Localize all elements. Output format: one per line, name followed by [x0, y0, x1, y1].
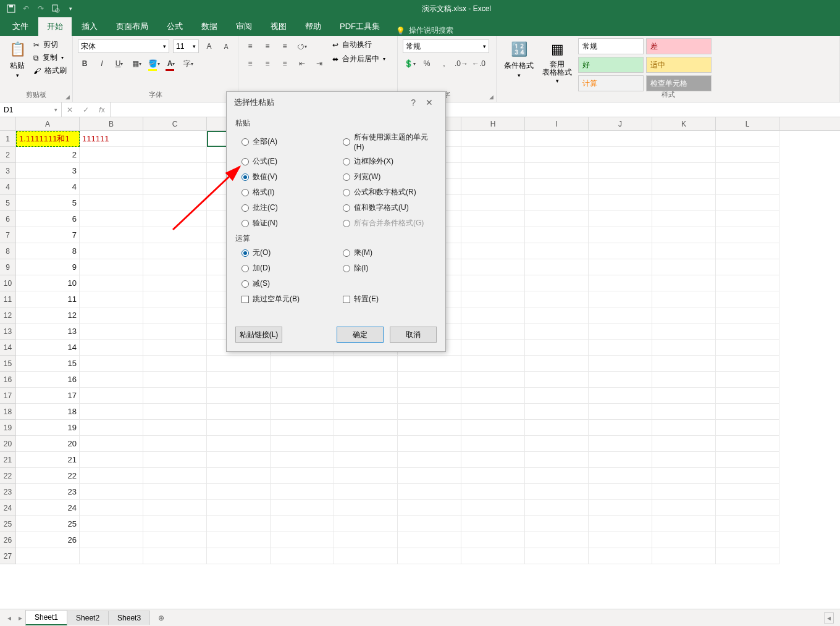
conditional-format-button[interactable]: 🔢 条件格式 ▾: [502, 38, 536, 80]
cell[interactable]: [589, 227, 652, 243]
paste-button[interactable]: 📋 粘贴 ▾: [5, 38, 30, 80]
cell[interactable]: [716, 179, 779, 195]
paste-option-radio[interactable]: 格式(I): [242, 187, 335, 198]
dialog-help-icon[interactable]: ?: [406, 98, 421, 107]
comma-icon[interactable]: ,: [437, 57, 451, 70]
cell[interactable]: [716, 243, 779, 259]
cell[interactable]: [271, 452, 334, 468]
cell[interactable]: [589, 356, 652, 372]
cell[interactable]: [461, 436, 525, 452]
cell[interactable]: [525, 307, 589, 323]
cell[interactable]: [716, 291, 779, 307]
cell[interactable]: 22: [16, 468, 80, 484]
cell[interactable]: [716, 404, 779, 420]
cell[interactable]: [143, 532, 207, 548]
row-header[interactable]: 25: [0, 516, 16, 532]
paste-option-radio[interactable]: 验证(N): [242, 218, 335, 228]
cell[interactable]: [334, 548, 398, 564]
cell[interactable]: [652, 211, 716, 227]
cell[interactable]: 21: [16, 452, 80, 468]
row-header[interactable]: 14: [0, 340, 16, 356]
font-size-select[interactable]: 11▾: [173, 40, 199, 53]
cell[interactable]: 11: [16, 291, 80, 307]
cell[interactable]: [80, 307, 143, 323]
bold-button[interactable]: B: [78, 57, 91, 70]
cell[interactable]: [461, 323, 525, 340]
cell[interactable]: [589, 548, 652, 564]
cell[interactable]: [398, 548, 461, 564]
cell[interactable]: [525, 275, 589, 291]
cell[interactable]: [652, 372, 716, 388]
paste-option-radio[interactable]: 边框除外(X): [343, 156, 437, 167]
cell[interactable]: [461, 163, 525, 179]
cell[interactable]: [143, 404, 207, 420]
cell[interactable]: [143, 131, 207, 147]
cell[interactable]: [716, 227, 779, 243]
tab-home[interactable]: 开始: [38, 17, 72, 36]
cell[interactable]: [525, 243, 589, 259]
tab-view[interactable]: 视图: [262, 17, 295, 36]
cell[interactable]: [461, 372, 525, 388]
cell[interactable]: [589, 243, 652, 259]
cell[interactable]: [80, 420, 143, 436]
cell[interactable]: [334, 388, 398, 404]
cell[interactable]: [461, 147, 525, 163]
cell[interactable]: [143, 452, 207, 468]
cell[interactable]: [143, 500, 207, 516]
cell[interactable]: [461, 243, 525, 259]
percent-icon[interactable]: %: [420, 57, 434, 70]
cell[interactable]: [334, 404, 398, 420]
cell[interactable]: [80, 275, 143, 291]
cell[interactable]: [143, 420, 207, 436]
col-header[interactable]: A: [16, 117, 80, 130]
row-header[interactable]: 21: [0, 452, 16, 468]
increase-font-icon[interactable]: A: [203, 40, 216, 53]
cell[interactable]: [589, 420, 652, 436]
cell[interactable]: [652, 484, 716, 500]
cell[interactable]: [207, 484, 271, 500]
cell[interactable]: [652, 356, 716, 372]
cell[interactable]: [143, 291, 207, 307]
paste-option-radio[interactable]: 批注(C): [242, 202, 335, 213]
fill-color-button[interactable]: 🪣▾: [147, 57, 161, 70]
cell[interactable]: [652, 195, 716, 211]
cell[interactable]: [398, 500, 461, 516]
cell[interactable]: 18: [16, 404, 80, 420]
cell[interactable]: [398, 388, 461, 404]
cell[interactable]: [716, 452, 779, 468]
cell[interactable]: [525, 227, 589, 243]
cell[interactable]: [398, 404, 461, 420]
font-color-button[interactable]: A▾: [164, 57, 178, 70]
cell[interactable]: [80, 404, 143, 420]
cell[interactable]: [461, 356, 525, 372]
operation-option-radio[interactable]: 除(I): [343, 263, 437, 273]
row-header[interactable]: 6: [0, 211, 16, 227]
cell[interactable]: [525, 516, 589, 532]
cell[interactable]: [143, 356, 207, 372]
cell[interactable]: [716, 340, 779, 356]
cell[interactable]: [716, 500, 779, 516]
cell[interactable]: [652, 388, 716, 404]
cell[interactable]: [525, 259, 589, 275]
cell[interactable]: [207, 388, 271, 404]
cell[interactable]: [716, 532, 779, 548]
cell[interactable]: [461, 452, 525, 468]
enter-formula-icon[interactable]: ✓: [78, 106, 94, 114]
col-header[interactable]: C: [143, 117, 207, 130]
row-header[interactable]: 27: [0, 548, 16, 564]
cell[interactable]: [525, 372, 589, 388]
cell[interactable]: [652, 179, 716, 195]
row-header[interactable]: 18: [0, 404, 16, 420]
transpose-checkbox[interactable]: 转置(E): [343, 294, 437, 304]
cell[interactable]: [143, 163, 207, 179]
cell[interactable]: [589, 388, 652, 404]
row-header[interactable]: 15: [0, 356, 16, 372]
fx-icon[interactable]: fx: [94, 106, 110, 114]
row-header[interactable]: 2: [0, 147, 16, 163]
cell[interactable]: [207, 468, 271, 484]
cell[interactable]: [207, 356, 271, 372]
cell[interactable]: [525, 388, 589, 404]
cell[interactable]: [589, 163, 652, 179]
cell[interactable]: [143, 323, 207, 340]
cell[interactable]: [589, 532, 652, 548]
